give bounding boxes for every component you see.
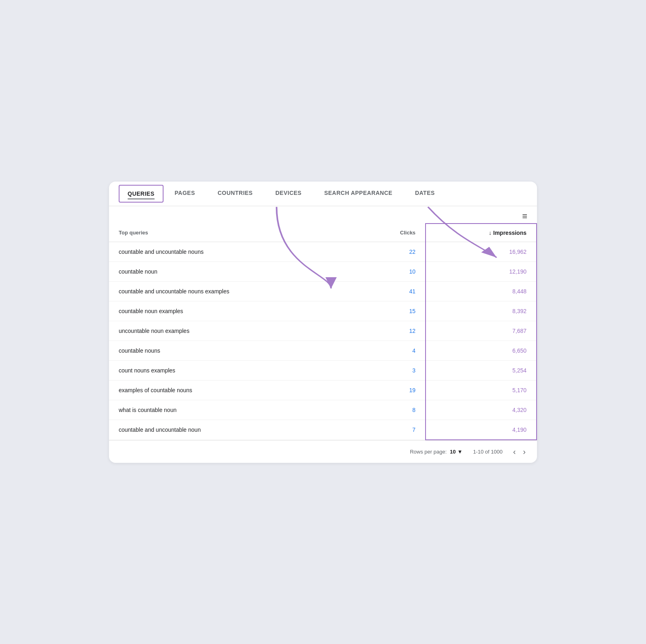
query-cell: countable nouns <box>109 341 358 360</box>
table-toolbar: ≡ <box>109 206 537 222</box>
query-cell: countable noun examples <box>109 301 358 321</box>
rows-value: 10 <box>450 449 455 455</box>
main-card: QUERIES PAGES COUNTRIES DEVICES SEARCH A… <box>109 182 537 463</box>
page-info: 1-10 of 1000 <box>473 449 503 455</box>
query-cell: count nouns examples <box>109 360 358 380</box>
filter-icon[interactable]: ≡ <box>522 211 527 222</box>
table-row[interactable]: count nouns examples 3 5,254 <box>109 360 537 380</box>
col-header-impressions[interactable]: ↓Impressions <box>426 224 537 242</box>
impressions-cell: 8,448 <box>426 281 537 301</box>
data-table: Top queries Clicks ↓Impressions countabl… <box>109 223 537 440</box>
pagination-bar: Rows per page: 10 ▼ 1-10 of 1000 ‹ › <box>109 440 537 463</box>
tab-countries-label: COUNTRIES <box>218 190 253 196</box>
clicks-cell: 8 <box>358 400 426 420</box>
impressions-cell: 12,190 <box>426 261 537 281</box>
impressions-cell: 6,650 <box>426 341 537 360</box>
impressions-cell: 4,190 <box>426 420 537 440</box>
query-cell: countable and uncountable nouns examples <box>109 281 358 301</box>
table-row[interactable]: countable and uncountable noun 7 4,190 <box>109 420 537 440</box>
impressions-cell: 5,170 <box>426 380 537 400</box>
tab-pages[interactable]: PAGES <box>164 182 206 206</box>
tab-search-appearance[interactable]: SEARCH APPEARANCE <box>313 182 404 206</box>
table-row[interactable]: countable and uncountable nouns examples… <box>109 281 537 301</box>
prev-page-button[interactable]: ‹ <box>513 447 516 456</box>
impressions-cell: 16,962 <box>426 242 537 261</box>
clicks-cell: 7 <box>358 420 426 440</box>
table-row[interactable]: countable noun examples 15 8,392 <box>109 301 537 321</box>
impressions-cell: 8,392 <box>426 301 537 321</box>
tab-pages-label: PAGES <box>175 190 195 196</box>
query-cell: countable and uncountable nouns <box>109 242 358 261</box>
tab-queries[interactable]: QUERIES <box>119 185 164 203</box>
table-row[interactable]: uncountable noun examples 12 7,687 <box>109 321 537 341</box>
tab-countries[interactable]: COUNTRIES <box>206 182 264 206</box>
clicks-cell: 15 <box>358 301 426 321</box>
clicks-cell: 19 <box>358 380 426 400</box>
clicks-cell: 12 <box>358 321 426 341</box>
col-header-clicks[interactable]: Clicks <box>358 224 426 242</box>
table-row[interactable]: countable noun 10 12,190 <box>109 261 537 281</box>
clicks-cell: 4 <box>358 341 426 360</box>
table-row[interactable]: countable and uncountable nouns 22 16,96… <box>109 242 537 261</box>
next-page-button[interactable]: › <box>523 447 526 456</box>
clicks-cell: 10 <box>358 261 426 281</box>
rows-per-page-label: Rows per page: <box>410 449 447 455</box>
tab-search-appearance-label: SEARCH APPEARANCE <box>324 190 392 196</box>
clicks-cell: 41 <box>358 281 426 301</box>
query-cell: examples of countable nouns <box>109 380 358 400</box>
tabs-bar: QUERIES PAGES COUNTRIES DEVICES SEARCH A… <box>109 182 537 206</box>
table-row[interactable]: examples of countable nouns 19 5,170 <box>109 380 537 400</box>
dropdown-arrow-icon: ▼ <box>457 449 463 455</box>
clicks-cell: 3 <box>358 360 426 380</box>
impressions-cell: 7,687 <box>426 321 537 341</box>
sort-arrow-icon: ↓ <box>489 230 492 236</box>
query-cell: what is countable noun <box>109 400 358 420</box>
clicks-cell: 22 <box>358 242 426 261</box>
tab-dates-label: DATES <box>415 190 435 196</box>
tab-devices[interactable]: DEVICES <box>264 182 313 206</box>
tab-queries-label: QUERIES <box>128 190 155 197</box>
query-cell: countable and uncountable noun <box>109 420 358 440</box>
query-cell: countable noun <box>109 261 358 281</box>
rows-per-page: Rows per page: 10 ▼ <box>410 449 462 455</box>
rows-select[interactable]: 10 ▼ <box>450 449 462 455</box>
table-row[interactable]: what is countable noun 8 4,320 <box>109 400 537 420</box>
tab-devices-label: DEVICES <box>275 190 302 196</box>
impressions-cell: 4,320 <box>426 400 537 420</box>
table-row[interactable]: countable nouns 4 6,650 <box>109 341 537 360</box>
impressions-cell: 5,254 <box>426 360 537 380</box>
tab-dates[interactable]: DATES <box>404 182 446 206</box>
col-header-query: Top queries <box>109 224 358 242</box>
query-cell: uncountable noun examples <box>109 321 358 341</box>
